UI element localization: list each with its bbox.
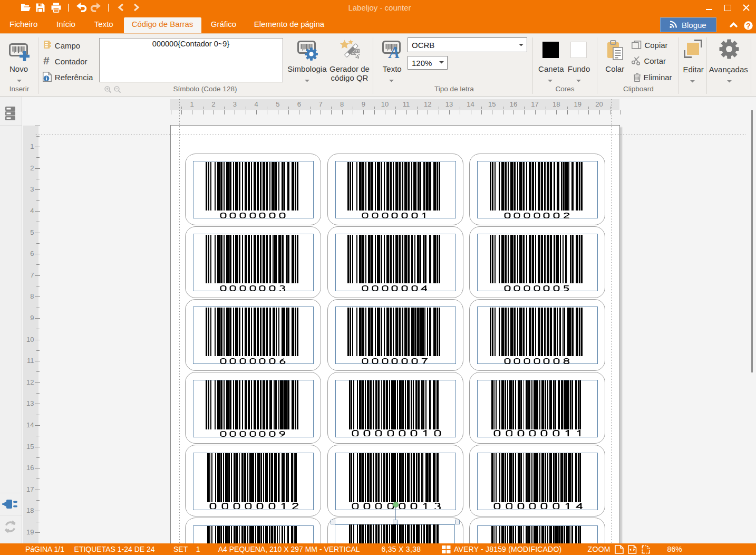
- svg-text:?: ?: [746, 22, 751, 30]
- svg-text:A: A: [388, 44, 400, 60]
